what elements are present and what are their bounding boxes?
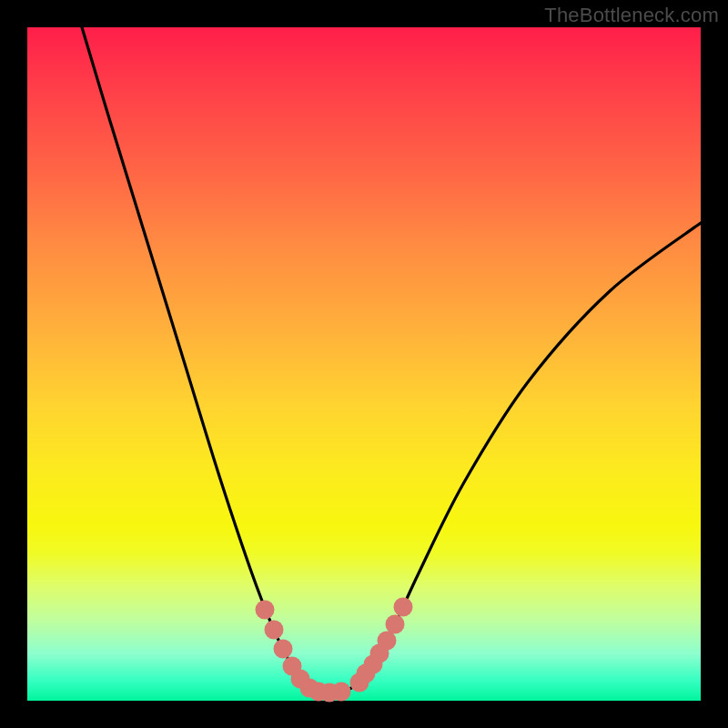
watermark-text: TheBottleneck.com	[544, 4, 719, 27]
highlight-marker	[394, 598, 413, 617]
plot-area	[27, 27, 701, 701]
highlight-marker	[256, 601, 275, 620]
highlight-markers	[256, 598, 413, 703]
highlight-marker	[386, 615, 405, 634]
curve-layer	[27, 27, 701, 701]
highlight-marker	[274, 640, 293, 659]
chart-frame: TheBottleneck.com	[0, 0, 728, 728]
bottleneck-curve	[82, 27, 701, 693]
highlight-marker	[332, 682, 351, 702]
highlight-marker	[265, 621, 284, 640]
highlight-marker	[378, 632, 397, 651]
